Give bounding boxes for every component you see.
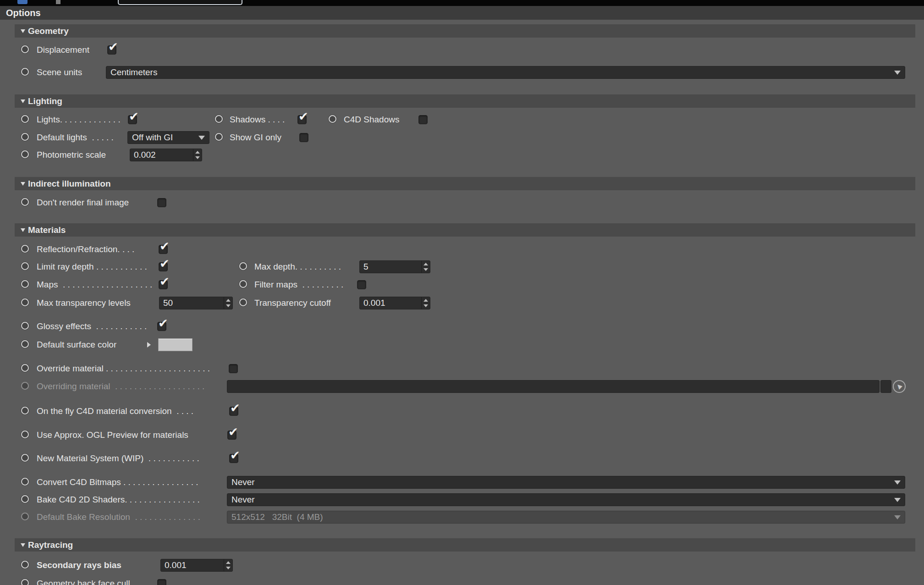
section-title: Indirect illumination [28, 177, 111, 190]
shadows-checkbox[interactable] [297, 115, 307, 124]
expand-arrow-icon[interactable] [147, 342, 151, 348]
filter-maps-checkbox[interactable] [357, 280, 366, 289]
section-header-lighting[interactable]: Lighting [15, 94, 915, 108]
override-material-checkbox[interactable] [229, 364, 238, 373]
geometry-back-face-cull-checkbox[interactable] [157, 579, 166, 585]
on-the-fly-conversion-checkbox[interactable] [229, 407, 238, 416]
max-depth-field[interactable]: 5 [359, 260, 430, 273]
glossy-effects-checkbox[interactable] [157, 322, 166, 331]
collapse-triangle-icon [21, 543, 25, 547]
spinner-down-icon[interactable] [195, 156, 200, 159]
spinner-icon[interactable] [421, 261, 430, 273]
bake-c4d-2d-shaders-dropdown[interactable]: Never [227, 493, 905, 506]
animation-dot-icon[interactable] [239, 298, 247, 306]
animation-dot-icon[interactable] [21, 262, 29, 270]
dropdown-arrow-icon [894, 498, 901, 502]
animation-dot-icon[interactable] [21, 478, 29, 486]
new-material-system-label: New Material System (WIP) . . . . . . . … [37, 452, 199, 465]
secondary-rays-bias-field[interactable]: 0.001 [160, 559, 233, 572]
animation-dot-icon[interactable] [239, 262, 247, 270]
spinner-up-icon[interactable] [226, 561, 231, 564]
animation-dot-icon[interactable] [21, 561, 29, 568]
spinner-down-icon[interactable] [226, 567, 231, 569]
animation-dot-icon[interactable] [21, 430, 29, 438]
section-header-raytracing[interactable]: Raytracing [15, 538, 915, 552]
animation-dot-icon[interactable] [21, 150, 29, 158]
use-approx-ogl-checkbox[interactable] [227, 430, 236, 440]
animation-dot-icon[interactable] [215, 115, 223, 123]
spinner-icon[interactable] [421, 297, 430, 309]
transparency-cutoff-label: Transparency cutoff [254, 296, 331, 310]
animation-dot-icon[interactable] [21, 298, 29, 306]
max-depth-label: Max depth. . . . . . . . . . [254, 260, 341, 274]
c4d-shadows-checkbox[interactable] [418, 115, 428, 124]
section-title: Materials [28, 223, 66, 237]
dont-render-final-image-checkbox[interactable] [157, 198, 166, 207]
overriding-material-label: Overriding material . . . . . . . . . . … [37, 380, 204, 393]
animation-dot-icon[interactable] [329, 115, 336, 123]
spinner-down-icon[interactable] [424, 268, 428, 271]
show-gi-only-checkbox[interactable] [299, 133, 308, 142]
clipped-blue-tab-fragment [17, 0, 28, 4]
dropdown-arrow-icon [198, 136, 205, 140]
animation-dot-icon[interactable] [21, 340, 29, 348]
clipped-top-ui [0, 0, 924, 6]
panel-title: Options [0, 6, 924, 20]
animation-dot-icon[interactable] [21, 68, 29, 76]
animation-dot-icon[interactable] [21, 454, 29, 462]
animation-dot-icon[interactable] [21, 45, 29, 53]
pick-material-icon[interactable] [893, 380, 906, 393]
transparency-cutoff-field[interactable]: 0.001 [359, 297, 430, 309]
default-surface-color-label: Default surface color [37, 338, 116, 352]
clipped-outline-fragment [118, 0, 242, 5]
limit-ray-depth-checkbox[interactable] [159, 262, 168, 271]
animation-dot-icon[interactable] [21, 495, 29, 503]
photometric-scale-field[interactable]: 0.002 [130, 149, 202, 161]
animation-dot-icon[interactable] [21, 115, 29, 123]
spinner-up-icon[interactable] [195, 151, 200, 154]
animation-dot-icon[interactable] [215, 133, 223, 141]
animation-dot-icon[interactable] [21, 245, 29, 253]
overriding-material-link-field[interactable] [227, 380, 880, 393]
animation-dot-icon[interactable] [21, 133, 29, 141]
reflection-refraction-checkbox[interactable] [159, 245, 168, 254]
max-transparency-levels-field[interactable]: 50 [159, 297, 233, 309]
animation-dot-icon[interactable] [21, 407, 29, 414]
animation-dot-icon[interactable] [21, 322, 29, 330]
animation-dot-icon[interactable] [21, 364, 29, 372]
displacement-checkbox[interactable] [107, 45, 116, 55]
scene-units-value: Centimeters [110, 66, 157, 78]
spinner-up-icon[interactable] [226, 299, 231, 302]
animation-dot-icon[interactable] [21, 579, 29, 585]
default-bake-resolution-dropdown: 512x512 32Bit (4 MB) [227, 511, 905, 524]
animation-dot-icon[interactable] [239, 280, 247, 288]
photometric-scale-label: Photometric scale [37, 148, 106, 162]
maps-checkbox[interactable] [159, 280, 168, 289]
spinner-up-icon[interactable] [424, 263, 428, 265]
default-surface-color-swatch[interactable] [158, 338, 192, 351]
section-header-indirect-illumination[interactable]: Indirect illumination [15, 177, 915, 190]
max-transparency-levels-value: 50 [163, 297, 173, 309]
section-header-materials[interactable]: Materials [15, 223, 915, 237]
spinner-up-icon[interactable] [424, 299, 428, 302]
new-material-system-checkbox[interactable] [229, 454, 238, 463]
spinner-down-icon[interactable] [226, 304, 231, 307]
convert-c4d-bitmaps-value: Never [231, 476, 255, 488]
spinner-icon[interactable] [224, 559, 232, 571]
default-lights-dropdown[interactable]: Off with GI [127, 131, 209, 144]
animation-dot-icon[interactable] [21, 198, 29, 206]
lights-checkbox[interactable] [128, 115, 137, 124]
spinner-down-icon[interactable] [424, 304, 428, 307]
lights-label: Lights. . . . . . . . . . . . . [37, 113, 121, 127]
max-depth-value: 5 [363, 261, 368, 273]
scene-units-dropdown[interactable]: Centimeters [106, 66, 905, 79]
override-material-label: Override material . . . . . . . . . . . … [37, 362, 210, 375]
material-popup-button[interactable] [880, 380, 891, 393]
convert-c4d-bitmaps-dropdown[interactable]: Never [227, 476, 905, 489]
animation-dot-icon[interactable] [21, 280, 29, 288]
spinner-icon[interactable] [193, 149, 202, 161]
secondary-rays-bias-label: Secondary rays bias [37, 558, 121, 572]
section-title: Geometry [28, 24, 69, 38]
section-header-geometry[interactable]: Geometry [15, 24, 915, 38]
spinner-icon[interactable] [224, 297, 232, 309]
